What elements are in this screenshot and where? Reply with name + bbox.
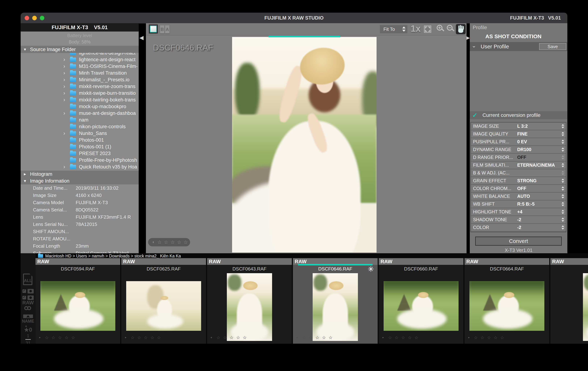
tree-item[interactable]: Photos-001 (1) (21, 143, 139, 150)
filmstrip-thumbnail-cell[interactable]: RAWDSCF0643.RAF☆☆☆☆☆ (207, 258, 292, 344)
tree-item[interactable]: ›Minimalist_-_Presets.io (21, 76, 139, 83)
section-source-image-folder[interactable]: ▼ Source Image Folder (21, 46, 139, 53)
star-icon[interactable]: ☆ (243, 335, 247, 340)
star-icon[interactable]: ☆ (144, 335, 148, 340)
star-icon[interactable]: ☆ (71, 335, 75, 340)
tree-item[interactable]: ›muse-ant-design-dashboa (21, 110, 139, 117)
raw-link-icon[interactable] (24, 306, 32, 310)
photo-thumbnail[interactable] (40, 281, 115, 331)
star-icon[interactable]: ☆ (500, 335, 504, 340)
rating-dot[interactable] (211, 337, 212, 338)
star-icon[interactable]: ☆ (401, 335, 405, 340)
setting-row[interactable]: PUSH/PULL PR...0 EV (471, 138, 566, 146)
setting-row[interactable]: D RANGE PRIOR...OFF (471, 154, 566, 161)
fit-screen-icon[interactable] (424, 26, 431, 33)
stepper-icon[interactable] (562, 163, 564, 167)
thumbnail-rating[interactable]: ☆☆☆☆☆ (468, 335, 507, 340)
filmstrip-thumbnail-cell[interactable]: RAWDSCF0660.RAF☆☆☆☆☆ (379, 258, 463, 344)
tree-item[interactable]: ›M31-OSIRIS-Cinema-Film- (21, 63, 139, 70)
photo-thumbnail[interactable] (313, 273, 358, 341)
zoom-out-icon[interactable] (447, 25, 452, 31)
star-icon[interactable]: ☆ (230, 335, 233, 340)
sort-order-icon[interactable] (23, 315, 33, 318)
stepper-icon[interactable] (562, 194, 564, 198)
star-icon[interactable]: ☆ (137, 335, 141, 340)
stepper-icon[interactable] (562, 210, 564, 214)
raw-link-label[interactable]: RAW (21, 300, 35, 306)
stepper-icon[interactable] (562, 179, 564, 183)
tree-item[interactable]: lightence-ant-design-react (21, 53, 139, 56)
star-icon[interactable]: ☆ (414, 335, 418, 340)
stepper-icon[interactable] (562, 124, 564, 129)
save-button[interactable]: Save (539, 43, 566, 50)
tree-item[interactable]: mock-up-macbookpro (21, 103, 139, 110)
setting-row[interactable]: WB SHIFTR:5 B:-5 (471, 200, 566, 208)
setting-row[interactable]: DYNAMIC RANGEDR100 (471, 146, 566, 154)
star-icon[interactable]: ☆ (480, 335, 484, 340)
star-icon[interactable]: ☆ (164, 239, 168, 245)
convert-button[interactable]: Convert (475, 237, 562, 246)
section-image-information[interactable]: ▼ Image Information (21, 177, 139, 185)
tree-item[interactable]: PRESET 2023 (21, 150, 139, 157)
stepper-icon[interactable] (562, 218, 564, 222)
star-icon[interactable]: ☆ (157, 239, 162, 245)
stepper-icon[interactable] (562, 155, 564, 160)
setting-row[interactable]: COLOR CHROM...OFF (471, 185, 566, 193)
camera-convert-filter-icon[interactable]: ✓ (22, 295, 34, 300)
star-icon[interactable]: ☆ (408, 335, 412, 340)
filmstrip-thumbnail-cell[interactable]: RAW☆☆☆☆☆ (550, 258, 588, 344)
tree-item[interactable]: ›Quick Retouch v35 by Hoa (21, 164, 139, 170)
photo-thumbnail[interactable] (583, 273, 588, 341)
photo-thumbnail[interactable] (384, 281, 459, 331)
setting-row[interactable]: HIGHLIGHT TONE+4 (471, 208, 566, 216)
star-icon[interactable]: ☆ (184, 239, 188, 245)
star-icon[interactable]: ☆ (45, 335, 49, 340)
star-icon[interactable]: ☆ (487, 335, 491, 340)
stepper-icon[interactable] (562, 202, 564, 206)
star-icon[interactable]: ☆ (236, 335, 240, 340)
rating-dot[interactable] (468, 337, 469, 338)
breadcrumb[interactable]: Macintosh HD > Users > namvh > Downloads… (38, 254, 181, 258)
compare-before-button[interactable]: B (160, 25, 164, 33)
tree-item[interactable]: nam (21, 117, 139, 123)
photo-thumbnail[interactable] (469, 281, 544, 331)
star-filter-icon[interactable]: ▲★0 (21, 327, 35, 333)
star-icon[interactable]: ☆ (494, 335, 497, 340)
zoom-in-icon[interactable] (437, 25, 442, 31)
photo-thumbnail[interactable] (126, 281, 201, 331)
setting-row[interactable]: IMAGE SIZEL 3:2 (471, 122, 566, 130)
user-profile-row[interactable]: › User Profile Save (470, 42, 567, 51)
rating-dot[interactable] (153, 241, 154, 243)
star-icon[interactable]: ☆ (223, 335, 227, 340)
star-icon[interactable]: ☆ (216, 335, 220, 340)
chevron-right-icon[interactable]: › (63, 56, 68, 63)
tree-item[interactable]: nikon-picture-controls (21, 123, 139, 130)
star-icon[interactable]: ☆ (177, 239, 181, 245)
stepper-icon[interactable] (562, 140, 564, 144)
tree-item[interactable]: ›mixkit-swipe-burn-transitio (21, 90, 139, 97)
chevron-right-icon[interactable]: › (63, 109, 68, 116)
show-all-files-icon[interactable]: ALL (23, 273, 32, 285)
star-icon[interactable]: ☆ (64, 335, 68, 340)
star-icon[interactable]: ☆ (329, 335, 333, 340)
star-icon[interactable]: ☆ (302, 335, 306, 340)
zoom-100-button[interactable]: 1x (410, 23, 421, 34)
sort-by-name-label[interactable]: NAME (21, 319, 35, 324)
star-icon[interactable]: ☆ (170, 239, 175, 245)
chevron-right-icon[interactable]: › (63, 83, 68, 89)
compare-after-button[interactable]: A (165, 25, 169, 33)
preview-photo[interactable] (232, 37, 377, 252)
setting-row[interactable]: FILM SIMULATI...ETERNA/CINEMA (471, 161, 566, 169)
stepper-icon[interactable] (562, 186, 564, 191)
star-icon[interactable]: ☆ (315, 335, 319, 340)
filmstrip-thumbnail-cell[interactable]: RAWDSCF0625.RAF☆☆☆☆☆ (121, 258, 206, 344)
thumbnail-rating[interactable]: ☆☆☆☆☆ (125, 335, 163, 340)
rating-dot[interactable] (296, 337, 298, 338)
chevron-right-icon[interactable]: › (63, 69, 68, 76)
thumbnail-rating[interactable]: ☆☆☆☆☆ (296, 335, 335, 340)
tree-item[interactable]: ›lightence-ant-design-react (21, 56, 139, 63)
rating-dot[interactable] (382, 337, 384, 338)
star-icon[interactable]: ☆ (309, 335, 313, 340)
hand-tool-icon[interactable] (456, 24, 466, 34)
setting-row[interactable]: GRAIN EFFECTSTRONG (471, 177, 566, 185)
